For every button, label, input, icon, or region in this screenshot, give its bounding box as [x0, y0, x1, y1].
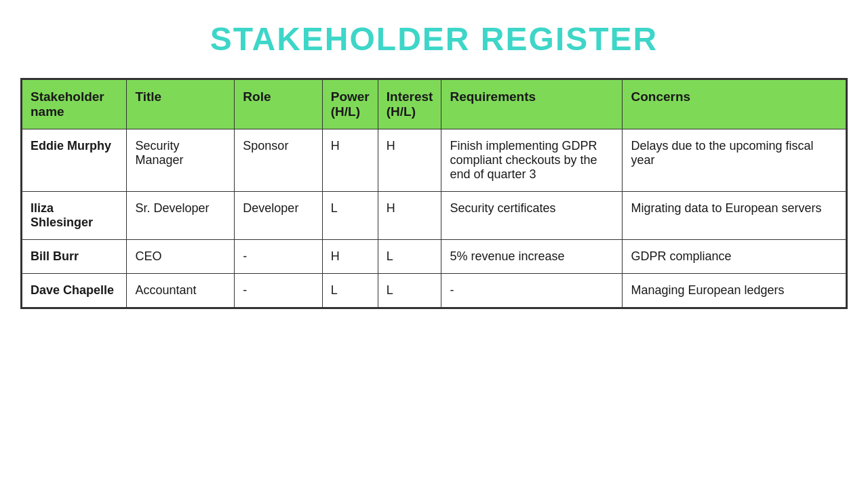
cell-concerns-1: Migrating data to European servers [623, 192, 846, 240]
cell-role-1: Developer [235, 192, 322, 240]
cell-interest-0: H [378, 129, 441, 192]
table-row: Iliza Shlesinger Sr. Developer Developer… [22, 192, 846, 240]
cell-title-0: Security Manager [127, 129, 235, 192]
table-row: Dave Chapelle Accountant - L L - Managin… [22, 274, 846, 308]
table-row: Eddie Murphy Security Manager Sponsor H … [22, 129, 846, 192]
cell-name-3: Dave Chapelle [22, 274, 127, 308]
cell-concerns-0: Delays due to the upcoming fiscal year [623, 129, 846, 192]
cell-power-0: H [322, 129, 378, 192]
cell-title-2: CEO [127, 240, 235, 274]
cell-power-1: L [322, 192, 378, 240]
cell-name-2: Bill Burr [22, 240, 127, 274]
cell-name-1: Iliza Shlesinger [22, 192, 127, 240]
table-row: Bill Burr CEO - H L 5% revenue increase … [22, 240, 846, 274]
cell-interest-2: L [378, 240, 441, 274]
header-concerns: Concerns [623, 80, 846, 129]
cell-power-3: L [322, 274, 378, 308]
stakeholder-table: Stakeholder name Title Role Power (H/L) … [20, 78, 848, 309]
cell-role-3: - [235, 274, 322, 308]
cell-role-0: Sponsor [235, 129, 322, 192]
header-name: Stakeholder name [22, 80, 127, 129]
header-interest: Interest (H/L) [378, 80, 441, 129]
header-role: Role [235, 80, 322, 129]
cell-requirements-3: - [441, 274, 623, 308]
cell-requirements-1: Security certificates [441, 192, 623, 240]
cell-requirements-0: Finish implementing GDPR compliant check… [441, 129, 623, 192]
cell-concerns-2: GDPR compliance [623, 240, 846, 274]
cell-title-1: Sr. Developer [127, 192, 235, 240]
cell-name-0: Eddie Murphy [22, 129, 127, 192]
header-requirements: Requirements [441, 80, 623, 129]
cell-power-2: H [322, 240, 378, 274]
header-title: Title [127, 80, 235, 129]
page-title: STAKEHOLDER REGISTER [210, 20, 658, 58]
cell-requirements-2: 5% revenue increase [441, 240, 623, 274]
cell-interest-3: L [378, 274, 441, 308]
table-header-row: Stakeholder name Title Role Power (H/L) … [22, 80, 846, 129]
header-power: Power (H/L) [322, 80, 378, 129]
cell-title-3: Accountant [127, 274, 235, 308]
cell-concerns-3: Managing European ledgers [623, 274, 846, 308]
cell-interest-1: H [378, 192, 441, 240]
cell-role-2: - [235, 240, 322, 274]
